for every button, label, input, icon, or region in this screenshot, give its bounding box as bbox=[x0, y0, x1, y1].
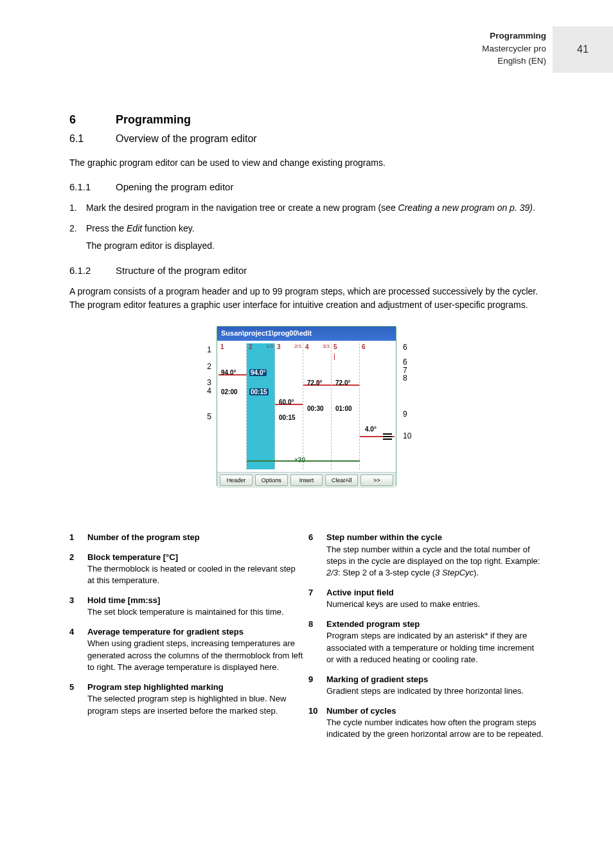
header-lang: English (EN) bbox=[497, 56, 546, 66]
clearall-button[interactable]: ClearAll bbox=[325, 475, 358, 486]
heading-6-1-1: 6.1.1 Opening the program editor bbox=[69, 181, 544, 192]
structure-paragraph: A program consists of a program header a… bbox=[69, 285, 544, 312]
step-number: 1. bbox=[69, 201, 80, 215]
legend-num: 7 bbox=[308, 587, 320, 611]
running-header: Programming Mastercycler pro English (EN… bbox=[482, 30, 546, 68]
step-num: 1 bbox=[220, 343, 224, 350]
figure-legend: 1 Number of the program step 2 Block tem… bbox=[69, 532, 544, 748]
callout-4: 4 bbox=[207, 386, 211, 395]
heading-6-1-title: Overview of the program editor bbox=[116, 133, 257, 145]
callout-6: 6 bbox=[403, 343, 420, 352]
legend-item-2: 2 Block temperature [°C]The thermoblock … bbox=[69, 552, 305, 587]
callout-10: 10 bbox=[403, 431, 420, 440]
step-1-text-pre: Mark the desired program in the navigati… bbox=[86, 203, 398, 213]
step-time: 00:15 bbox=[249, 388, 269, 395]
step-num: 5 bbox=[333, 343, 337, 350]
legend-desc: The set block temperature is maintained … bbox=[87, 607, 284, 617]
callout-5: 5 bbox=[195, 412, 211, 421]
cycle-fraction: 2/3 bbox=[294, 343, 301, 349]
legend-desc-pre: The step number within a cycle and the t… bbox=[326, 545, 540, 566]
legend-num: 4 bbox=[69, 626, 81, 674]
step-temp: 94.0° bbox=[249, 369, 267, 376]
step-num: 3 bbox=[277, 343, 281, 350]
legend-num: 10 bbox=[308, 705, 320, 741]
legend-item-8: 8 Extended program stepProgram steps are… bbox=[308, 619, 544, 666]
step-time: 00:15 bbox=[279, 414, 296, 421]
step-temp: 94.0° bbox=[221, 369, 236, 376]
intro-paragraph: The graphic program editor can be used t… bbox=[69, 156, 544, 170]
legend-title: Extended program step bbox=[326, 619, 544, 630]
step-num: 4 bbox=[305, 343, 309, 350]
legend-title: Marking of gradient steps bbox=[326, 674, 524, 685]
heading-6-1-2-num: 6.1.2 bbox=[69, 265, 91, 276]
step-number: 2. bbox=[69, 222, 80, 253]
step-temp: 60.0° bbox=[279, 399, 294, 406]
legend-title: Block temperature [°C] bbox=[87, 552, 305, 563]
callout-1: 1 bbox=[195, 345, 211, 354]
options-button[interactable]: Options bbox=[255, 475, 288, 486]
step-2-key: Edit bbox=[127, 223, 142, 233]
step-1-link: Creating a new program on p. 39) bbox=[398, 203, 533, 213]
legend-desc: Program steps are indicated by an asteri… bbox=[326, 631, 534, 664]
figure-wrap: 1 2 3 4 5 6 6 7 8 9 10 Susan\project1\pr… bbox=[69, 326, 544, 506]
step-2-text-pre: Press the bbox=[86, 223, 127, 233]
legend-desc-ex2: 3 StepCyc bbox=[435, 568, 474, 577]
legend-title: Number of the program step bbox=[87, 532, 200, 543]
legend-num: 5 bbox=[69, 682, 81, 717]
legend-desc-ex1: 2/3 bbox=[326, 568, 338, 577]
editor-step-2-selected[interactable]: 2 1/3 94.0° 00:15 bbox=[247, 343, 275, 469]
step-1-text-post: . bbox=[533, 203, 535, 213]
editor-step-6[interactable]: 6 4.0° bbox=[360, 343, 395, 469]
legend-desc-mid: : Step 2 of a 3-step cycle ( bbox=[338, 568, 435, 577]
gradient-icon bbox=[383, 433, 392, 441]
content: 6 Programming 6.1 Overview of the progra… bbox=[0, 0, 613, 748]
asterisk-icon: * bbox=[317, 379, 320, 387]
legend-item-1: 1 Number of the program step bbox=[69, 532, 305, 543]
procedure-list: 1. Mark the desired program in the navig… bbox=[69, 201, 544, 253]
page: 41 Programming Mastercycler pro English … bbox=[0, 0, 613, 868]
legend-desc: Numerical keys are used to make entries. bbox=[326, 599, 480, 609]
legend-title: Active input field bbox=[326, 587, 480, 599]
legend-item-5: 5 Program step highlighted markingThe se… bbox=[69, 682, 305, 717]
heading-6-title: Programming bbox=[116, 113, 191, 127]
procedure-step-1: 1. Mark the desired program in the navig… bbox=[69, 201, 544, 215]
legend-item-3: 3 Hold time [mm:ss]The set block tempera… bbox=[69, 595, 305, 619]
header-button[interactable]: Header bbox=[220, 475, 253, 486]
legend-num: 3 bbox=[69, 595, 81, 619]
legend-title: Step number within the cycle bbox=[326, 532, 544, 543]
legend-desc: The cycle number indicates how often the… bbox=[326, 718, 544, 739]
editor-step-5[interactable]: 5 72.0° 01:00 bbox=[332, 343, 360, 469]
more-button[interactable]: >> bbox=[360, 475, 393, 486]
editor-step-4[interactable]: 4 3/3 72.0° 00:30 bbox=[303, 343, 332, 469]
editor-title: Susan\project1\prog00\edit bbox=[217, 327, 396, 341]
legend-col-left: 1 Number of the program step 2 Block tem… bbox=[69, 532, 305, 748]
legend-desc: The thermoblock is heated or cooled in t… bbox=[87, 564, 296, 585]
step-2-text-post: function key. bbox=[142, 223, 194, 233]
insert-button[interactable]: Insert bbox=[290, 475, 323, 486]
cycle-fraction: 1/3 bbox=[266, 343, 273, 349]
legend-title: Average temperature for gradient steps bbox=[87, 626, 305, 638]
editor-step-3[interactable]: 3 2/3 60.0° 00:15 bbox=[275, 343, 303, 469]
procedure-step-2: 2. Press the Edit function key. The prog… bbox=[69, 222, 544, 253]
step-2-result: The program editor is displayed. bbox=[86, 239, 215, 253]
heading-6-1-2: 6.1.2 Structure of the program editor bbox=[69, 265, 544, 276]
heading-6-1: 6.1 Overview of the program editor bbox=[69, 133, 544, 145]
heading-6-1-1-title: Opening the program editor bbox=[116, 181, 233, 192]
legend-item-7: 7 Active input fieldNumerical keys are u… bbox=[308, 587, 544, 611]
heading-6-1-2-title: Structure of the program editor bbox=[116, 265, 247, 276]
legend-desc-post: ). bbox=[474, 568, 479, 577]
step-temp: 72.0° bbox=[335, 379, 350, 386]
editor-step-1[interactable]: 1 94.0° 02:00 bbox=[218, 343, 247, 469]
callout-2: 2 bbox=[195, 362, 211, 371]
cycle-fraction: 3/3 bbox=[323, 343, 330, 349]
step-time: 01:00 bbox=[335, 405, 352, 412]
step-temp: 4.0° bbox=[365, 426, 377, 433]
legend-title: Program step highlighted marking bbox=[87, 682, 305, 693]
legend-title: Number of cycles bbox=[326, 705, 544, 717]
step-num: 2 bbox=[249, 343, 253, 350]
cursor-icon bbox=[334, 354, 335, 360]
legend-item-4: 4 Average temperature for gradient steps… bbox=[69, 626, 305, 674]
legend-desc: Gradient steps are indicated by three ho… bbox=[326, 686, 524, 696]
callout-3-4: 3 4 bbox=[195, 379, 211, 395]
cycle-count: ×30 bbox=[294, 457, 305, 464]
